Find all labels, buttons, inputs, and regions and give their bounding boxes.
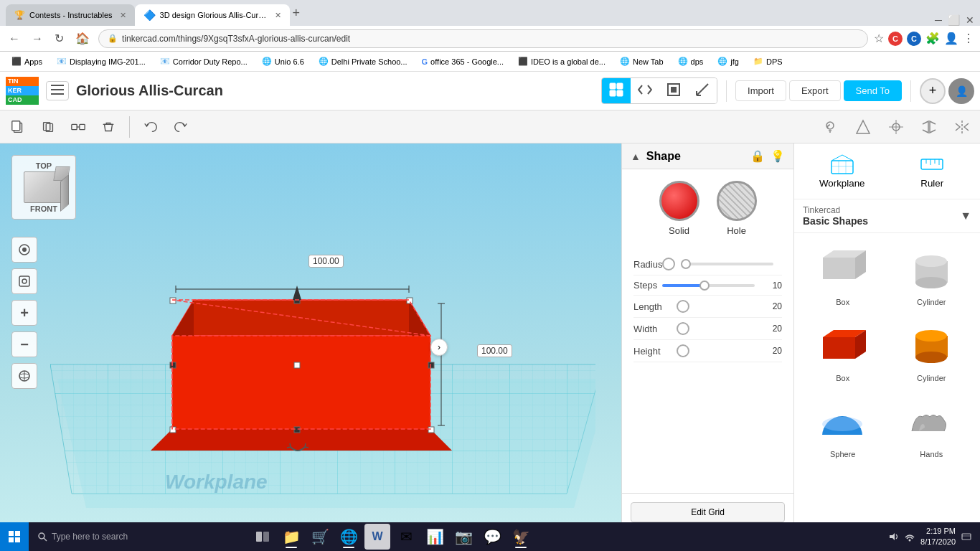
shape-item-box-gray[interactable]: Box	[800, 239, 886, 312]
shape-tool-button[interactable]	[851, 116, 875, 138]
volume-icon[interactable]	[889, 532, 899, 542]
bookmark-unio[interactable]: 🌐 Unio 6.6	[256, 55, 310, 67]
orbit-button[interactable]	[11, 363, 37, 389]
tab-tinkercad[interactable]: 🔷 3D design Glorious Allis-Curcan ✕	[135, 4, 290, 26]
shape-item-cylinder-gray[interactable]: Cylinder	[889, 239, 975, 312]
solid-circle[interactable]	[659, 181, 699, 221]
bookmark-ideo[interactable]: ⬛ IDEO is a global de...	[512, 55, 611, 67]
url-box[interactable]: 🔒 tinkercad.com/things/9XgsqT3sfxA-glori…	[98, 29, 868, 48]
steps-slider[interactable]	[662, 284, 755, 287]
taskbar-app-chrome[interactable]: 🌐	[336, 524, 362, 550]
shape-item-box-red[interactable]: Box	[800, 315, 886, 388]
solid-shape-type[interactable]: Solid	[659, 181, 699, 236]
width-radio[interactable]	[677, 322, 689, 335]
taskbar-search-input[interactable]	[52, 532, 235, 542]
taskbar-app-word[interactable]: W	[364, 524, 390, 550]
menu-button[interactable]	[46, 81, 69, 100]
tab-close-contests[interactable]: ✕	[120, 11, 126, 20]
radius-radio[interactable]	[662, 258, 675, 270]
zoom-in-button[interactable]: +	[11, 300, 37, 326]
edit-grid-button[interactable]: Edit Grid	[631, 502, 785, 522]
length-radio[interactable]	[677, 300, 689, 313]
taskbar-app-store[interactable]: 🛒	[307, 524, 333, 550]
grid-view-button[interactable]	[602, 78, 631, 103]
bookmark-img[interactable]: 📧 Displaying IMG-201...	[51, 55, 151, 67]
bookmark-star-icon[interactable]: ☆	[874, 32, 884, 45]
undo-button[interactable]	[138, 116, 163, 138]
taskbar-app-mail[interactable]: ✉	[393, 524, 419, 550]
view-cube-box[interactable]	[24, 171, 64, 203]
profile-icon[interactable]: C	[888, 32, 903, 46]
forward-button[interactable]: →	[29, 31, 46, 47]
duplicate-button[interactable]	[36, 116, 60, 138]
taskbar-clock[interactable]: 2:19 PM 8/17/2020	[920, 526, 956, 548]
profile-icon-2[interactable]: C	[907, 32, 921, 46]
maximize-btn[interactable]: ⬜	[948, 14, 960, 26]
ruler-view-button[interactable]	[688, 78, 717, 103]
bookmark-dps[interactable]: 🌐 dps	[672, 55, 710, 67]
shapes-dropdown-button[interactable]: ▼	[960, 209, 971, 222]
taskbar-app-edge[interactable]: 🦅	[508, 524, 534, 550]
ruler-button[interactable]: Ruler	[890, 149, 975, 193]
focus-button[interactable]	[11, 268, 37, 294]
shape-item-cylinder-orange[interactable]: Cylinder	[889, 315, 975, 388]
start-button[interactable]	[0, 522, 29, 551]
add-user-button[interactable]: +	[920, 78, 946, 104]
tab-close-tinkercad[interactable]: ✕	[275, 11, 281, 20]
panel-light-button[interactable]: 💡	[771, 149, 785, 163]
user-avatar[interactable]: 👤	[948, 78, 974, 104]
taskbar-app-explorer[interactable]: 📁	[278, 524, 304, 550]
bookmark-jfg[interactable]: 🌐 jfg	[712, 55, 745, 67]
panel-lock-button[interactable]: 🔒	[750, 149, 765, 163]
home-view-button[interactable]	[11, 237, 37, 263]
delete-button[interactable]	[96, 116, 121, 138]
bookmark-apps[interactable]: ⬛ Apps	[6, 55, 48, 67]
bookmark-delhi[interactable]: 🌐 Delhi Private Schoo...	[313, 55, 413, 67]
hole-circle[interactable]	[717, 181, 757, 221]
import-button[interactable]: Import	[735, 80, 786, 101]
taskbar-app-camera[interactable]: 📷	[451, 524, 476, 550]
taskbar-app-excel[interactable]: 📊	[422, 524, 448, 550]
flip-button[interactable]	[917, 116, 941, 138]
minimize-btn[interactable]: ─	[935, 14, 942, 26]
align-button[interactable]	[884, 116, 908, 138]
mirror-button[interactable]	[950, 116, 974, 138]
panel-collapse-button-2[interactable]: ▲	[631, 151, 641, 162]
view-cube[interactable]: TOP FRONT	[11, 155, 76, 220]
extensions-icon[interactable]: 🧩	[925, 32, 940, 45]
shape-item-hands[interactable]: Hands	[889, 391, 975, 464]
refresh-button[interactable]: ↻	[52, 30, 67, 47]
group-button[interactable]	[66, 116, 90, 138]
redo-button[interactable]	[169, 116, 193, 138]
taskbar-app-teams[interactable]: 💬	[479, 524, 505, 550]
hole-shape-type[interactable]: Hole	[717, 181, 757, 236]
workplane-button[interactable]: Workplane	[800, 149, 885, 193]
back-button[interactable]: ←	[6, 31, 23, 47]
tinkercad-logo[interactable]: TIN KER CAD	[6, 77, 39, 104]
network-icon[interactable]	[905, 532, 915, 542]
block-view-button[interactable]	[659, 78, 688, 103]
copy-button[interactable]	[6, 116, 30, 138]
height-radio[interactable]	[677, 344, 689, 357]
home-button[interactable]: 🏠	[72, 30, 93, 47]
radius-slider[interactable]	[681, 263, 773, 265]
light-bulb-button[interactable]	[818, 116, 842, 138]
canvas-area[interactable]: TOP FRONT	[0, 143, 621, 551]
bookmark-corridor[interactable]: 📧 Corridor Duty Repo...	[154, 55, 253, 67]
send-to-button[interactable]: Send To	[844, 80, 902, 101]
settings-icon[interactable]: ⋮	[963, 32, 974, 45]
shape-item-sphere-blue[interactable]: Sphere	[800, 391, 886, 464]
notification-icon[interactable]	[961, 532, 971, 542]
close-btn[interactable]: ✕	[966, 14, 974, 26]
taskbar-app-taskview[interactable]	[250, 524, 275, 550]
user-profile-icon[interactable]: 👤	[944, 32, 958, 45]
bookmark-dps2[interactable]: 📁 DPS	[748, 55, 788, 67]
export-button[interactable]: Export	[789, 80, 841, 101]
bookmark-office365[interactable]: G office 365 - Google...	[416, 56, 509, 67]
bookmark-newtab[interactable]: 🌐 New Tab	[614, 55, 669, 67]
code-view-button[interactable]	[631, 78, 659, 103]
panel-collapse-button[interactable]: ›	[430, 339, 448, 356]
new-tab-button[interactable]: +	[293, 6, 301, 21]
zoom-out-button[interactable]: −	[11, 331, 37, 357]
tab-contests[interactable]: 🏆 Contests - Instructables ✕	[6, 4, 135, 26]
